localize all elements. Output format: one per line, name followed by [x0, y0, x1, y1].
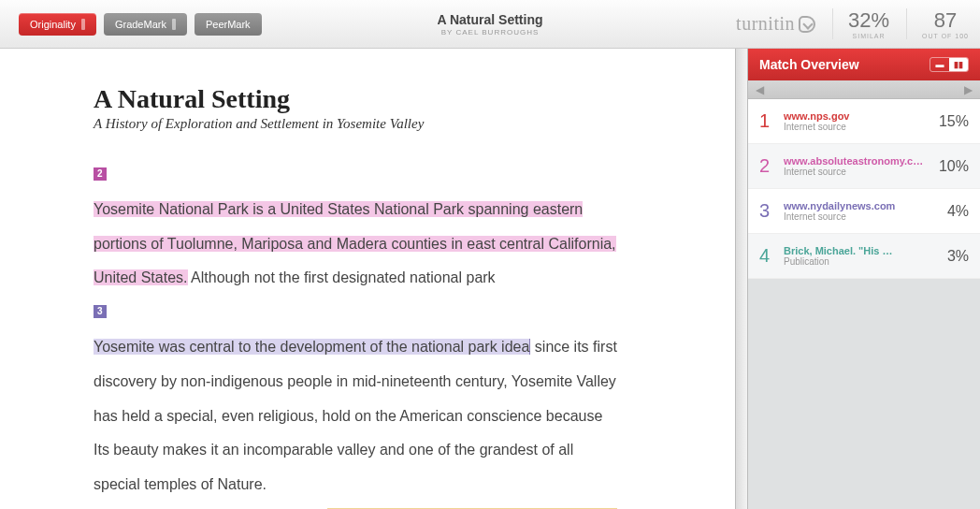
match-number: 4	[759, 245, 780, 267]
tab-label: PeerMark	[206, 19, 251, 30]
match-marker-3[interactable]: 3	[94, 305, 107, 318]
match-type: Internet source	[784, 167, 939, 177]
document-title: A Natural Setting	[437, 12, 542, 27]
tab-originality[interactable]: Originality	[19, 13, 96, 36]
brand-icon	[799, 16, 815, 33]
tab-grademark[interactable]: GradeMark	[104, 13, 187, 36]
grade-score: 87	[922, 8, 969, 33]
match-sidebar: Match Overview ▬ ▮▮ ◀ ▶ 1 www.nps.gov In…	[748, 49, 980, 509]
match-source: www.nydailynews.com	[784, 200, 924, 211]
similarity-metric[interactable]: 32% SIMILAR	[832, 8, 889, 39]
match-item[interactable]: 4 Brick, Michael. "His … Publication 3%	[748, 234, 980, 279]
match-item[interactable]: 3 www.nydailynews.com Internet source 4%	[748, 189, 980, 234]
toggle-list-icon: ▬	[930, 58, 949, 71]
tab-peermark[interactable]: PeerMark	[195, 13, 262, 36]
brand-text: turnitin	[736, 13, 795, 35]
document-author: BY CAEL BURROUGHS	[437, 28, 542, 36]
text-image-wrap: While Yosemite holds a special grip on t…	[94, 502, 617, 509]
mode-tabs: Originality GradeMark PeerMark	[19, 13, 264, 36]
match-percent: 15%	[939, 113, 969, 130]
match-overview-title: Match Overview	[759, 57, 859, 72]
match-list: 1 www.nps.gov Internet source 15% 2 www.…	[748, 99, 980, 279]
toggle-bars-icon: ▮▮	[949, 58, 968, 71]
body-text: Although not the first designated nation…	[188, 269, 496, 285]
match-item[interactable]: 1 www.nps.gov Internet source 15%	[748, 99, 980, 144]
header-metrics: turnitin 32% SIMILAR 87 OUT OF 100	[736, 8, 969, 39]
pane-gutter[interactable]	[735, 49, 748, 509]
match-source: Brick, Michael. "His …	[784, 245, 924, 256]
match-item[interactable]: 2 www.absoluteastronomy.com Internet sou…	[748, 144, 980, 189]
body-text-wrap: While Yosemite holds a special grip on t…	[94, 502, 309, 509]
match-source: www.nps.gov	[784, 110, 924, 122]
match-number: 2	[759, 155, 780, 177]
app-header: Originality GradeMark PeerMark A Natural…	[0, 0, 980, 49]
nav-next-icon[interactable]: ▶	[964, 83, 973, 96]
match-nav: ◀ ▶	[748, 80, 980, 99]
tab-indicator-icon	[81, 19, 85, 30]
grade-label: OUT OF 100	[922, 33, 969, 39]
match-type: Publication	[784, 256, 947, 267]
tab-indicator-icon	[172, 19, 176, 30]
document-title-block: A Natural Setting BY CAEL BURROUGHS	[437, 12, 542, 36]
match-percent: 3%	[947, 248, 969, 265]
page-title: A Natural Setting	[94, 84, 679, 114]
page-subtitle: A History of Exploration and Settlement …	[94, 116, 679, 132]
match-percent: 10%	[939, 158, 969, 175]
match-overview-header: Match Overview ▬ ▮▮	[748, 49, 980, 80]
document-body: 2 Yosemite National Park is a United Sta…	[94, 158, 617, 509]
body-text: since its first discovery by non-indigen…	[94, 339, 617, 492]
main-area: A Natural Setting A History of Explorati…	[0, 49, 980, 509]
grade-metric[interactable]: 87 OUT OF 100	[906, 8, 969, 39]
match-type: Internet source	[784, 122, 939, 132]
match-type: Internet source	[784, 211, 947, 222]
match-percent: 4%	[947, 203, 969, 220]
match-number: 3	[759, 200, 780, 222]
tab-label: GradeMark	[115, 19, 166, 30]
highlight-match-3[interactable]: Yosemite was central to the development …	[94, 339, 530, 355]
nav-prev-icon[interactable]: ◀	[756, 83, 764, 96]
tab-label: Originality	[30, 19, 76, 30]
match-number: 1	[759, 110, 780, 132]
brand-logo: turnitin	[736, 13, 815, 35]
similarity-label: SIMILAR	[848, 33, 889, 39]
view-toggle[interactable]: ▬ ▮▮	[930, 57, 969, 72]
similarity-percent: 32%	[848, 8, 889, 33]
document-pane[interactable]: A Natural Setting A History of Explorati…	[0, 49, 735, 509]
match-source: www.absoluteastronomy.com	[784, 155, 924, 167]
match-marker-2[interactable]: 2	[94, 167, 107, 181]
